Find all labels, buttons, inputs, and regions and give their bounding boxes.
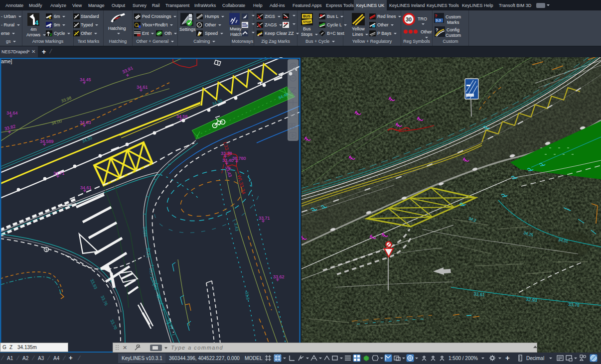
svg-text:34,61: 34,61 — [137, 85, 148, 90]
svg-text:4: 4 — [35, 19, 39, 26]
svg-text:34,45: 34,45 — [80, 77, 91, 82]
svg-text:?-?: ?-? — [436, 19, 441, 22]
svg-text:30: 30 — [406, 16, 412, 22]
svg-text:34,81: 34,81 — [145, 247, 151, 258]
svg-text:33,71: 33,71 — [259, 216, 270, 221]
svg-text:?: ? — [435, 13, 438, 18]
svg-text:33,78: 33,78 — [568, 302, 580, 308]
svg-text:34,61: 34,61 — [80, 185, 92, 190]
svg-text:38,780: 38,780 — [232, 156, 246, 161]
svg-text:34,589: 34,589 — [40, 139, 54, 144]
svg-text:BUS: BUS — [303, 14, 310, 18]
svg-text:34,83: 34,83 — [80, 120, 91, 125]
svg-text:STOP: STOP — [303, 20, 311, 23]
svg-text:34,71: 34,71 — [53, 171, 65, 176]
svg-text:ame]: ame] — [1, 59, 12, 64]
svg-text:?: ? — [436, 27, 439, 32]
svg-text:6: 6 — [49, 15, 51, 19]
svg-text:33,38: 33,38 — [221, 151, 232, 156]
svg-text:34,64: 34,64 — [6, 111, 18, 116]
svg-text:33,62: 33,62 — [273, 274, 285, 279]
svg-text:33,77: 33,77 — [149, 267, 154, 278]
svg-text:34,86: 34,86 — [142, 226, 148, 237]
svg-text:9: 9 — [246, 24, 248, 27]
svg-text:34,58: 34,58 — [176, 114, 188, 119]
svg-text:9: 9 — [49, 24, 51, 28]
svg-text:2: 2 — [50, 32, 52, 36]
